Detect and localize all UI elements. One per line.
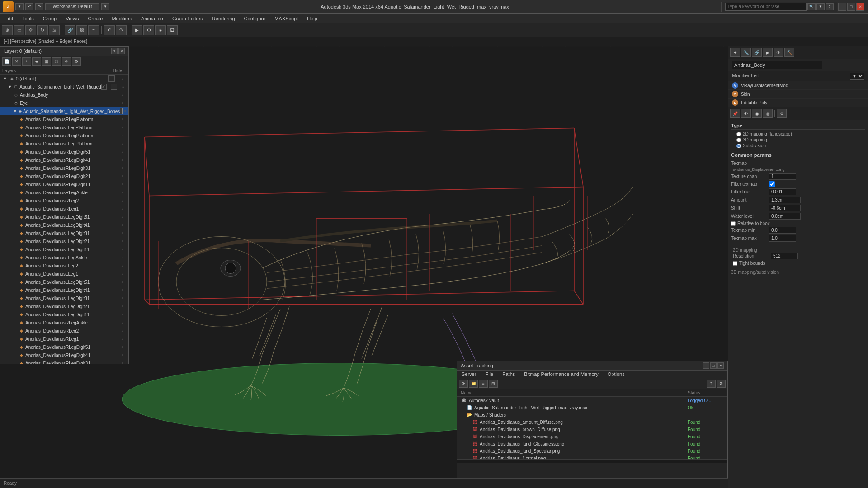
bind-space-warp[interactable]: ~ [88,25,99,35]
list-item[interactable]: ◆Andrias_DavidianusLLegPlatform≡ [0,140,128,148]
list-item[interactable]: ◆Andrias_DavidianusRLegDigit21≡ [0,172,128,180]
layer-options-btn[interactable]: ≡ [118,132,127,139]
layer-highlight-btn[interactable]: ⬡ [52,57,61,66]
render-setup-btn[interactable]: ⚙ [143,25,154,35]
amount-input[interactable] [769,197,801,203]
menu-configure[interactable]: Configure [240,15,270,22]
list-item[interactable]: 🏛 Autodesk Vault Logged O... [457,397,727,404]
search-input[interactable] [725,3,807,11]
list-item[interactable]: 🖼 Andrias_Davidianus_Displacement.png Fo… [457,433,727,440]
layer-create-btn[interactable]: 📄 [2,57,11,66]
list-item[interactable]: ◆Andrias_DavidianusLLegAnkle≡ [0,253,128,262]
list-item[interactable]: 🖼 Andrias_Davidianus_land_Glossiness.png… [457,440,727,447]
asset-menu-options[interactable]: Options [603,371,629,378]
type-subdivision-radio[interactable] [736,144,741,148]
list-item[interactable]: ◆Andrias_DavidianusRLegDigit51≡ [0,343,128,351]
menu-create[interactable]: Create [83,15,107,22]
asset-maximize-btn[interactable]: □ [710,362,717,369]
undo-btn[interactable]: ↶ [25,3,33,10]
hierarchy-panel-btn[interactable]: 🔗 [752,48,762,57]
asset-menu-server[interactable]: Server [457,371,481,378]
menu-modifiers[interactable]: Modifiers [107,15,137,22]
texmap-min-input[interactable] [769,227,796,234]
material-editor-btn[interactable]: ◈ [155,25,166,35]
object-name-input[interactable] [732,61,822,69]
hide-toggle[interactable] [105,75,118,82]
search-options-btn[interactable]: ▼ [816,3,825,10]
undo-tool[interactable]: ↶ [104,25,115,35]
redo-tool[interactable]: ↷ [116,25,127,35]
list-item[interactable]: ◆Andrias_DavidianusRLegDigit31≡ [0,164,128,172]
list-item[interactable]: ◆Andrias_DavidianusRLegAnkle≡ [0,319,128,327]
asset-toolbar-btn-3[interactable]: ≡ [479,380,488,388]
layer-add-selection-btn[interactable]: + [22,57,31,66]
asset-menu-bitmap[interactable]: Bitmap Performance and Memory [519,371,603,378]
asset-menu-file[interactable]: File [481,371,498,378]
menu-edit[interactable]: Edit [0,15,18,22]
workspace-btn[interactable]: Workspace: Default [45,3,99,10]
layer-options-btn[interactable]: ≡ [118,140,127,147]
list-item[interactable]: 🖼 Andrias_Davidianus_brown_Diffuse.png F… [457,426,727,433]
layer-close-btn[interactable]: ✕ [118,48,125,54]
shift-input[interactable] [769,205,801,211]
hide-toggle[interactable] [108,84,120,90]
list-item[interactable]: ◆Andrias_DavidianusRLegDigit41≡ [0,156,128,164]
layer-list[interactable]: ▼ ◈ 0 (default) ≡ ▼ □ Aquatic_Salamander… [0,75,128,364]
list-item[interactable]: ◆Andrias_DavidianusRLeg2≡ [0,327,128,335]
menu-views[interactable]: Views [61,15,83,22]
layer-options-btn[interactable]: ≡ [120,83,127,90]
layer-options-btn[interactable]: ≡ [118,75,127,82]
asset-minimize-btn[interactable]: ─ [703,362,709,369]
list-item[interactable]: ◆Andrias_DavidianusLLegDigit51≡ [0,278,128,286]
layer-options-btn[interactable]: ≡ [118,352,127,359]
list-item[interactable]: 📂 Maps / Shaders [457,411,727,418]
list-item[interactable]: 📄 Aquatic_Salamander_Light_Wet_Rigged_ma… [457,404,727,411]
tight-bounds-checkbox[interactable] [733,261,737,266]
modifier-dropdown[interactable]: ▼ [850,73,864,80]
layer-freeze-btn[interactable]: ❄ [62,57,71,66]
create-panel-btn[interactable]: ✦ [730,48,740,57]
asset-toolbar-btn-1[interactable]: ⟳ [459,380,468,388]
list-item[interactable]: ▼ □ Aquatic_Salamander_Light_Wet_Rigged … [0,83,128,91]
asset-toolbar-btn-4[interactable]: ⊞ [489,380,498,388]
check-icon[interactable]: ✓ [101,84,107,90]
layer-options-btn[interactable]: ≡ [118,270,127,277]
layer-options-btn[interactable]: ≡ [118,213,127,221]
list-item[interactable]: 🖼 Andrias_Davidianus_Normal.png Found [457,455,727,459]
search-icon[interactable]: 🔍 [807,3,816,10]
make-unique-btn[interactable]: ◎ [763,109,773,118]
scale-tool[interactable]: ⇲ [49,25,60,35]
asset-help-btn[interactable]: ? [707,380,716,388]
motion-panel-btn[interactable]: ▶ [763,48,773,57]
layer-options-btn[interactable]: ≡ [118,124,127,131]
display-panel-btn[interactable]: 👁 [774,48,783,57]
layer-options-btn[interactable]: ≡ [118,343,127,351]
select-region-tool[interactable]: ▭ [14,25,24,35]
layer-options-btn[interactable]: ≡ [118,335,127,343]
list-item[interactable]: ◆Andrias_DavidianusRLegDigit41≡ [0,351,128,359]
list-item[interactable]: ◆Andrias_DavidianusLLeg2≡ [0,262,128,270]
list-item[interactable]: ◆Andrias_DavidianusRLeg1≡ [0,205,128,213]
layer-options-btn[interactable]: ≡ [118,221,127,229]
layer-delete-btn[interactable]: ✕ [12,57,21,66]
modify-panel-btn[interactable]: 🔧 [741,48,751,57]
layer-options-btn[interactable]: ≡ [118,254,127,261]
list-item[interactable]: ◆Andrias_DavidianusLLegDigit11≡ [0,245,128,253]
filter-blur-input[interactable] [769,188,796,195]
modifier-item-skin[interactable]: S Skin [728,90,868,99]
help-btn[interactable]: ? [826,3,834,10]
unlink-tool[interactable]: ⛓ [76,25,87,35]
asset-close-btn[interactable]: ✕ [717,362,724,369]
quick-access-btn[interactable]: ▼ [15,3,24,10]
configure-modifiers-btn[interactable]: ⚙ [777,109,787,118]
resolution-input[interactable] [771,253,798,259]
list-item[interactable]: 🖼 Andrias_Davidianus_land_Specular.png F… [457,447,727,455]
layer-options-btn[interactable]: ≡ [118,205,127,212]
list-item[interactable]: ◆Andrias_DavidianusRLeg2≡ [0,197,128,205]
list-item[interactable]: ◆Andrias_DavidianusLLegDigit51≡ [0,213,128,221]
list-item[interactable]: ◆Andrias_DavidianusLLegDigit31≡ [0,294,128,302]
list-item[interactable]: ◆Andrias_DavidianusLLegDigit11≡ [0,310,128,319]
relative-bbox-checkbox[interactable] [731,221,736,226]
layer-options-btn[interactable]: ≡ [118,311,127,318]
maximize-button[interactable]: □ [847,3,855,11]
